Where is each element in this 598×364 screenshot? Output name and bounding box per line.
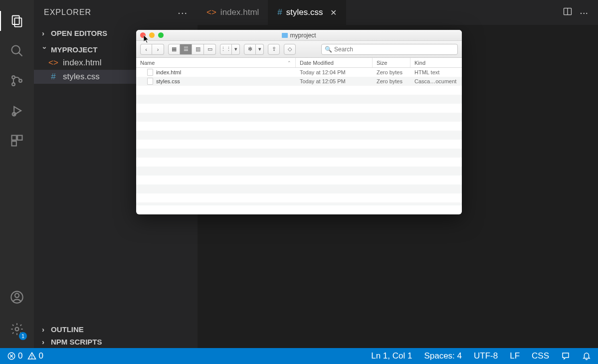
npm-scripts-label: NPM SCRIPTS xyxy=(51,338,102,346)
file-date: Today at 12:04 PM xyxy=(296,69,373,75)
arrange-button[interactable]: ⋮⋮ xyxy=(220,44,232,55)
extensions-icon[interactable] xyxy=(5,129,29,153)
account-icon[interactable] xyxy=(5,285,29,309)
sort-indicator-icon: ⌃ xyxy=(287,60,291,65)
tab-label: index.html xyxy=(220,7,259,17)
status-warnings[interactable]: 0 xyxy=(27,351,43,361)
finder-row[interactable]: index.html Today at 12:04 PM Zero bytes … xyxy=(136,68,462,77)
open-editors-label: OPEN EDITORS xyxy=(51,29,107,37)
action-button[interactable]: ✻ xyxy=(244,44,256,55)
column-date[interactable]: Date Modified xyxy=(296,58,373,67)
window-minimize-button[interactable] xyxy=(149,32,155,38)
file-name: index.html xyxy=(63,58,101,68)
list-view-button[interactable]: ☰ xyxy=(180,44,192,55)
file-kind: HTML text xyxy=(410,69,462,75)
status-eol[interactable]: LF xyxy=(510,351,520,361)
status-cursor-position[interactable]: Ln 1, Col 1 xyxy=(371,351,412,361)
html-file-icon: <> xyxy=(206,7,216,17)
finder-row[interactable]: styles.css Today at 12:05 PM Zero bytes … xyxy=(136,77,462,86)
file-size: Zero bytes xyxy=(373,78,410,84)
gallery-view-button[interactable]: ▭ xyxy=(204,44,216,55)
sidebar-title: EXPLORER xyxy=(44,8,91,17)
nav-buttons: ‹ › xyxy=(140,44,164,55)
view-buttons: ▦ ☰ ▥ ▭ xyxy=(168,44,216,55)
column-view-button[interactable]: ▥ xyxy=(192,44,204,55)
sidebar-more-icon[interactable]: ··· xyxy=(178,7,188,18)
file-icon xyxy=(147,78,153,85)
tab-styles-css[interactable]: # styles.css ✕ xyxy=(268,0,346,25)
file-kind: Casca…ocument xyxy=(410,78,462,84)
tab-index-html[interactable]: <> index.html xyxy=(198,0,268,25)
explorer-icon[interactable] xyxy=(5,9,29,33)
status-bar: 0 0 Ln 1, Col 1 Spaces: 4 UTF-8 LF CSS xyxy=(0,348,598,364)
chevron-right-icon: › xyxy=(42,325,48,334)
file-icon xyxy=(147,69,153,76)
close-icon[interactable]: ✕ xyxy=(330,8,337,17)
tags-button[interactable]: ◇ xyxy=(284,44,296,55)
outline-section[interactable]: › OUTLINE xyxy=(34,323,198,336)
svg-line-3 xyxy=(19,53,22,56)
finder-title: myproject xyxy=(136,32,462,39)
error-count: 0 xyxy=(18,351,22,361)
finder-column-headers: Name ⌃ Date Modified Size Kind xyxy=(136,58,462,68)
more-actions-icon[interactable]: ··· xyxy=(580,7,588,18)
npm-scripts-section[interactable]: › NPM SCRIPTS xyxy=(34,336,198,348)
svg-rect-1 xyxy=(14,18,21,26)
svg-rect-0 xyxy=(12,16,19,25)
status-errors[interactable]: 0 xyxy=(7,351,22,361)
folder-icon xyxy=(282,33,288,38)
chevron-down-icon: › xyxy=(41,47,49,53)
finder-file-list: index.html Today at 12:04 PM Zero bytes … xyxy=(136,68,462,205)
split-editor-icon[interactable] xyxy=(563,6,573,18)
finder-toolbar: ‹ › ▦ ☰ ▥ ▭ ⋮⋮ ▾ ✻ ▾ ⇪ ◇ 🔍 xyxy=(136,41,462,58)
arrange-dropdown[interactable]: ▾ xyxy=(232,44,240,55)
column-size[interactable]: Size xyxy=(373,58,410,67)
bell-icon[interactable] xyxy=(582,352,591,361)
settings-badge: 1 xyxy=(19,332,27,340)
settings-icon[interactable]: 1 xyxy=(5,317,29,341)
css-file-icon: # xyxy=(49,72,58,82)
icon-view-button[interactable]: ▦ xyxy=(168,44,180,55)
outline-label: OUTLINE xyxy=(51,325,84,334)
svg-point-5 xyxy=(12,83,15,86)
share-button[interactable]: ⇪ xyxy=(268,44,280,55)
tab-bar: <> index.html # styles.css ✕ ··· xyxy=(198,0,598,25)
finder-window: myproject ‹ › ▦ ☰ ▥ ▭ ⋮⋮ ▾ ✻ ▾ ⇪ ◇ 🔍 Nam xyxy=(136,30,462,214)
column-name[interactable]: Name ⌃ xyxy=(136,58,296,67)
status-encoding[interactable]: UTF-8 xyxy=(474,351,498,361)
status-indent[interactable]: Spaces: 4 xyxy=(424,351,462,361)
finder-search-input[interactable] xyxy=(334,46,454,53)
file-name: styles.css xyxy=(156,78,180,84)
forward-button[interactable]: › xyxy=(152,44,164,55)
project-label: MYPROJECT xyxy=(51,45,97,54)
traffic-lights xyxy=(140,32,164,38)
window-close-button[interactable] xyxy=(140,32,146,38)
file-date: Today at 12:05 PM xyxy=(296,78,373,84)
finder-search[interactable]: 🔍 xyxy=(321,44,458,55)
column-kind[interactable]: Kind xyxy=(410,58,462,67)
tab-label: styles.css xyxy=(286,7,323,17)
status-language[interactable]: CSS xyxy=(532,351,549,361)
warning-count: 0 xyxy=(38,351,43,361)
search-icon: 🔍 xyxy=(325,46,332,53)
svg-rect-11 xyxy=(12,141,16,146)
svg-point-13 xyxy=(15,293,19,297)
chevron-right-icon: › xyxy=(42,338,48,346)
chevron-right-icon: › xyxy=(42,29,48,37)
finder-titlebar[interactable]: myproject xyxy=(136,30,462,41)
file-name: styles.css xyxy=(63,72,100,82)
finder-title-text: myproject xyxy=(290,32,316,39)
debug-icon[interactable] xyxy=(5,99,29,123)
source-control-icon[interactable] xyxy=(5,69,29,93)
feedback-icon[interactable] xyxy=(561,352,570,361)
window-maximize-button[interactable] xyxy=(158,32,164,38)
action-dropdown[interactable]: ▾ xyxy=(256,44,264,55)
svg-point-4 xyxy=(12,76,15,79)
svg-point-6 xyxy=(19,79,22,82)
back-button[interactable]: ‹ xyxy=(140,44,152,55)
action-buttons: ✻ ▾ xyxy=(244,44,264,55)
sidebar-header: EXPLORER ··· xyxy=(34,0,198,25)
svg-point-14 xyxy=(15,328,19,331)
arrange-buttons: ⋮⋮ ▾ xyxy=(220,44,240,55)
search-icon[interactable] xyxy=(5,39,29,63)
